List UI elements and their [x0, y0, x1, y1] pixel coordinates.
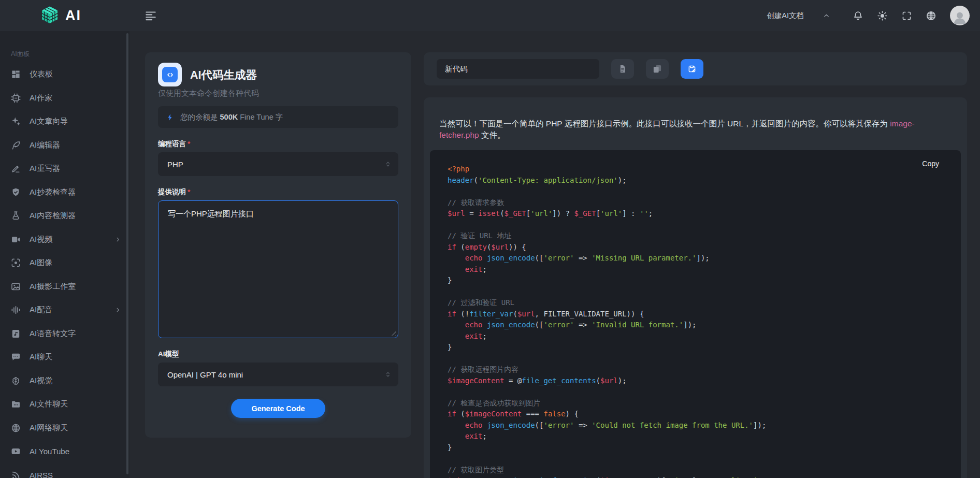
select-updown-icon	[384, 371, 392, 378]
sidebar-item-label: AI聊天	[30, 352, 52, 362]
language-button[interactable]	[926, 10, 937, 21]
sidebar-item-dashboard[interactable]: 仪表板	[0, 63, 129, 86]
code-line: exit;	[448, 264, 945, 276]
new-document-button[interactable]	[611, 59, 634, 79]
navbar-right: 创建AI文档	[767, 0, 970, 31]
fullscreen-icon	[901, 10, 912, 21]
sidebar-item-label: AI视觉	[30, 376, 52, 386]
logo-text: AI	[65, 8, 81, 24]
document-icon	[618, 64, 627, 74]
resize-grip[interactable]	[391, 330, 396, 336]
sidebar-item-label: AI语音转文字	[30, 329, 76, 339]
sidebar-item-label: AI重写器	[30, 164, 60, 173]
video-icon	[11, 235, 21, 244]
instructions-textarea[interactable]: 写一个PHP远程图片接口	[158, 200, 398, 338]
sidebar-scrollbar[interactable]	[126, 33, 128, 474]
camera-icon	[11, 258, 21, 268]
required-marker: *	[188, 140, 190, 148]
sidebar-item-label: AI网络聊天	[30, 423, 68, 433]
chev-right-icon	[114, 236, 121, 243]
sidebar-item-chat[interactable]: AI聊天	[0, 345, 129, 369]
sidebar-item-globe[interactable]: AI网络聊天	[0, 416, 129, 440]
sidebar-section-label: AI面板	[11, 50, 129, 59]
sidebar-item-label: AI摄影工作室	[30, 282, 76, 292]
code-line: header('Content-Type: application/json')…	[448, 175, 945, 186]
sidebar-item-video[interactable]: AI视频	[0, 228, 129, 252]
sidebar-item-shield[interactable]: AI抄袭检查器	[0, 181, 129, 205]
chat-icon	[11, 352, 21, 362]
generator-card: AI代码生成器 仅使用文本命令创建各种代码 您的余额是 500K Fine Tu…	[145, 52, 411, 438]
app-logo[interactable]: AI	[39, 5, 81, 26]
sidebar-item-youtube[interactable]: AI YouTube	[0, 440, 129, 463]
sidebar: AI面板 仪表板AI作家AI文章向导AI编辑器AI重写器AI抄袭检查器AI内容检…	[0, 31, 129, 478]
page-title: AI代码生成器	[190, 67, 257, 82]
fullscreen-button[interactable]	[901, 10, 913, 21]
chip-icon	[11, 93, 21, 103]
shield-icon	[11, 187, 21, 197]
sidebar-item-label: AI内容检测器	[30, 211, 76, 221]
youtube-icon	[11, 446, 21, 456]
code-line	[448, 186, 945, 197]
person-icon	[951, 9, 969, 25]
document-title-input[interactable]	[437, 59, 599, 79]
waveform-icon	[11, 305, 21, 315]
copy-code-button[interactable]: Copy	[922, 160, 939, 168]
code-line: // 获取请求参数	[448, 197, 945, 209]
notifications-button[interactable]	[853, 10, 864, 21]
sidebar-item-music[interactable]: AI语音转文字	[0, 322, 129, 346]
sidebar-item-chip[interactable]: AI作家	[0, 86, 129, 110]
sidebar-item-folder[interactable]: AI文件聊天	[0, 393, 129, 416]
sidebar-item-camera[interactable]: AI图像	[0, 251, 129, 275]
response-intro-text: 当然可以！下面是一个简单的 PHP 远程图片接口示例。此接口可以接收一个图片 U…	[439, 118, 952, 141]
bell-icon	[853, 10, 863, 21]
sidebar-item-label: AI作家	[30, 93, 52, 103]
bolt-icon	[166, 113, 174, 121]
code-line: echo json_encode(['error' => 'Invalid UR…	[448, 320, 945, 331]
flask-icon	[11, 211, 21, 221]
sidebar-item-label: AI配音	[30, 305, 52, 315]
save-document-button[interactable]	[681, 59, 703, 79]
code-line	[448, 220, 945, 231]
code-block: Copy <?phpheader('Content-Type: applicat…	[430, 150, 961, 478]
code-line	[448, 353, 945, 365]
duplicate-button[interactable]	[646, 59, 669, 79]
code-line: $imageContent = @file_get_contents($url)…	[448, 375, 945, 387]
language-select[interactable]: PHP	[158, 152, 398, 176]
model-select[interactable]: OpenAI | GPT 4o mini	[158, 363, 398, 386]
model-label: AI模型	[158, 350, 398, 358]
code-line: echo json_encode(['error' => 'Missing UR…	[448, 253, 945, 264]
create-doc-label: 创建AI文档	[767, 11, 804, 21]
code-line	[448, 453, 945, 465]
sidebar-item-label: AIRSS	[30, 471, 53, 478]
sidebar-item-rss[interactable]: AIRSS	[0, 463, 129, 478]
sidebar-item-flask[interactable]: AI内容检测器	[0, 204, 129, 228]
select-updown-icon	[384, 161, 392, 168]
user-avatar[interactable]	[950, 6, 970, 25]
code-line: if ($imageContent === false) {	[448, 409, 945, 420]
music-icon	[11, 329, 21, 339]
create-doc-dropdown[interactable]: 创建AI文档	[767, 11, 830, 21]
code-generator-icon	[158, 63, 182, 86]
sidebar-item-brain[interactable]: AI视觉	[0, 369, 129, 393]
code-line: if (!filter_var($url, FILTER_VALIDATE_UR…	[448, 309, 945, 320]
sidebar-item-sparkles[interactable]: AI文章向导	[0, 110, 129, 134]
required-marker: *	[188, 188, 190, 196]
sidebar-item-label: AI YouTube	[30, 447, 69, 456]
theme-toggle-button[interactable]	[877, 10, 888, 21]
sidebar-item-pencil[interactable]: AI重写器	[0, 157, 129, 181]
sidebar-menu: 仪表板AI作家AI文章向导AI编辑器AI重写器AI抄袭检查器AI内容检测器AI视…	[0, 63, 129, 478]
sidebar-item-waveform[interactable]: AI配音	[0, 298, 129, 322]
photo-icon	[11, 282, 21, 292]
sidebar-item-photo[interactable]: AI摄影工作室	[0, 275, 129, 299]
sidebar-item-label: AI文章向导	[30, 117, 68, 126]
language-label: 编程语言*	[158, 139, 398, 148]
brain-icon	[11, 376, 21, 386]
generate-code-button[interactable]: Generate Code	[231, 399, 325, 418]
logo-cube-icon	[39, 5, 60, 26]
sidebar-item-label: AI编辑器	[30, 140, 60, 150]
sidebar-toggle-button[interactable]	[144, 9, 157, 22]
code-line: // 获取远程图片内容	[448, 364, 945, 375]
code-line: // 验证 URL 地址	[448, 230, 945, 242]
sparkles-icon	[11, 117, 21, 126]
sidebar-item-feather[interactable]: AI编辑器	[0, 134, 129, 157]
